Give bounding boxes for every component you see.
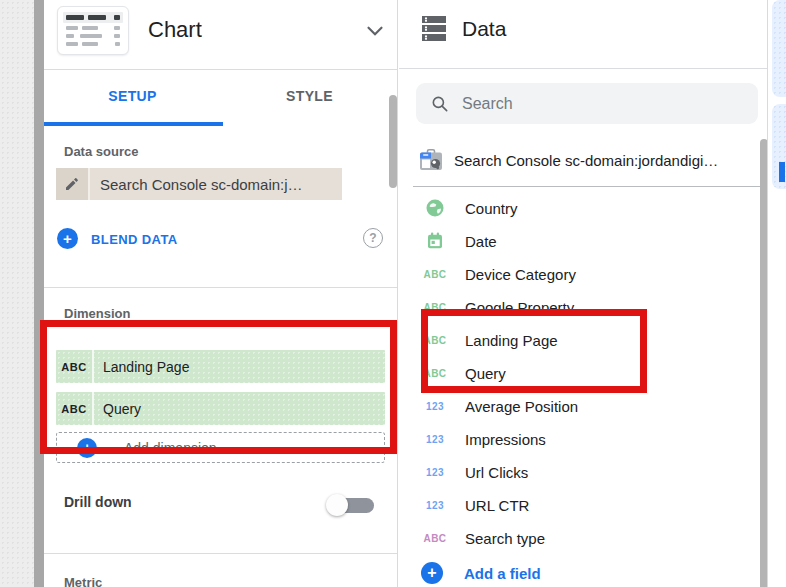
chevron-down-icon[interactable] — [362, 18, 390, 46]
help-icon[interactable]: ? — [363, 228, 383, 248]
data-source-selector[interactable]: Search Console sc-domain:j… — [56, 168, 342, 200]
dimension-chip-label: Landing Page — [94, 350, 385, 383]
section-divider — [44, 553, 397, 554]
add-a-field-button[interactable]: + Add a field — [399, 561, 757, 585]
data-list-icon — [420, 13, 448, 45]
outer-scrollbar[interactable] — [34, 0, 44, 587]
add-field-plus-icon: + — [421, 562, 443, 584]
text-type-icon: ABC — [420, 335, 450, 346]
left-panel-scrollbar[interactable] — [389, 95, 397, 188]
add-dimension-label: Add dimension — [124, 440, 217, 456]
field-row-device-category[interactable]: ABC Device Category — [399, 263, 757, 285]
search-icon — [431, 95, 449, 113]
toggle-knob — [326, 494, 348, 516]
field-row-url-clicks[interactable]: 123 Url Clicks — [399, 461, 757, 483]
field-row-google-property[interactable]: ABC Google Property — [399, 296, 757, 318]
field-label: Search type — [465, 530, 545, 547]
data-fields-panel: Data Search Console sc-domain:jordandigi… — [399, 0, 768, 587]
search-console-icon — [419, 149, 443, 171]
dimension-chip-landing-page[interactable]: ABC Landing Page — [56, 350, 385, 383]
field-label: Average Position — [465, 398, 578, 415]
tab-style[interactable]: STYLE — [221, 70, 398, 122]
number-type-icon: 123 — [420, 467, 450, 478]
text-type-icon: ABC — [420, 368, 450, 379]
field-search-box[interactable] — [416, 83, 758, 124]
tab-setup[interactable]: SETUP — [44, 70, 221, 122]
looker-studio-chart-properties: Chart SETUP STYLE Data source Search Con… — [0, 0, 786, 587]
globe-icon — [420, 198, 450, 218]
field-row-url-ctr[interactable]: 123 URL CTR — [399, 494, 757, 516]
chart-type-title[interactable]: Chart — [148, 17, 202, 43]
field-label: URL CTR — [465, 497, 529, 514]
blend-data-plus-icon[interactable]: + — [57, 228, 78, 249]
blue-accent-bar — [779, 162, 785, 182]
selected-data-source: Search Console sc-domain:j… — [90, 168, 342, 200]
field-label: Google Property — [465, 299, 574, 316]
dimension-section-label: Dimension — [64, 306, 130, 321]
number-type-icon: 123 — [420, 434, 450, 445]
data-panel-header: Data — [399, 0, 767, 69]
search-input[interactable] — [462, 95, 758, 113]
field-row-impressions[interactable]: 123 Impressions — [399, 428, 757, 450]
field-row-query[interactable]: ABC Query — [399, 362, 757, 384]
add-dimension-plus-icon: + — [77, 438, 97, 458]
chart-properties-panel: Chart SETUP STYLE Data source Search Con… — [44, 0, 398, 587]
text-type-icon: ABC — [420, 269, 450, 280]
data-source-name: Search Console sc-domain:jordandigi… — [454, 152, 718, 169]
metric-section-label: Metric — [64, 575, 102, 587]
text-type-icon: ABC — [56, 392, 94, 425]
field-label: Country — [465, 200, 518, 217]
field-row-search-type[interactable]: ABC Search type — [399, 527, 757, 549]
dimension-chip-label: Query — [94, 392, 385, 425]
drill-down-toggle[interactable] — [326, 493, 388, 517]
calendar-icon — [420, 232, 450, 250]
data-panel-title: Data — [462, 17, 506, 41]
chart-panel-header: Chart — [44, 0, 397, 70]
field-label: Device Category — [465, 266, 576, 283]
field-row-landing-page[interactable]: ABC Landing Page — [399, 329, 757, 351]
setup-style-tabs: SETUP STYLE — [44, 70, 397, 126]
field-row-country[interactable]: Country — [399, 197, 757, 219]
report-canvas-edge — [0, 0, 34, 587]
number-type-icon: 123 — [420, 500, 450, 511]
field-label: Landing Page — [465, 332, 558, 349]
data-panel-scrollbar[interactable] — [760, 139, 768, 587]
add-field-label: Add a field — [464, 565, 541, 582]
field-row-average-position[interactable]: 123 Average Position — [399, 395, 757, 417]
table-chart-icon — [57, 6, 129, 55]
data-source-row[interactable]: Search Console sc-domain:jordandigi… — [419, 147, 759, 173]
adjacent-panel-edge — [769, 0, 786, 587]
blend-data-button[interactable]: BLEND DATA — [91, 232, 178, 247]
number-type-icon: 123 — [420, 401, 450, 412]
field-label: Query — [465, 365, 506, 382]
add-dimension-button[interactable]: + Add dimension — [56, 432, 385, 463]
field-label: Impressions — [465, 431, 546, 448]
text-type-icon: ABC — [56, 350, 94, 383]
field-row-date[interactable]: Date — [399, 230, 757, 252]
section-divider — [44, 287, 397, 288]
field-label: Date — [465, 233, 497, 250]
text-type-icon: ABC — [420, 302, 450, 313]
panel-edge-block — [772, 0, 786, 97]
text-param-type-icon: ABC — [420, 533, 450, 544]
list-divider — [413, 186, 768, 187]
dimension-chip-query[interactable]: ABC Query — [56, 392, 385, 425]
edit-pencil-icon — [56, 168, 90, 200]
active-tab-underline — [44, 122, 223, 126]
field-label: Url Clicks — [465, 464, 528, 481]
drill-down-label: Drill down — [64, 494, 132, 510]
data-source-section-label: Data source — [64, 144, 138, 159]
